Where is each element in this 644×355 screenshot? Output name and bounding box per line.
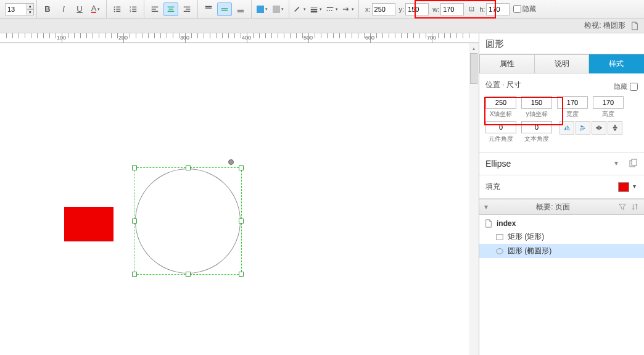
panel-angle-input[interactable] bbox=[485, 121, 516, 133]
panel-text-angle-label: 文本角度 bbox=[524, 135, 549, 143]
tree-item-ellipse[interactable]: 圆形 (椭圆形) bbox=[479, 244, 644, 258]
flip-v-button[interactable] bbox=[576, 121, 590, 135]
inspector-title: 检视: 椭圆形 bbox=[584, 20, 625, 31]
fit-width-button[interactable] bbox=[592, 121, 606, 135]
copy-style-icon[interactable] bbox=[628, 159, 638, 169]
numbering-button[interactable]: 123 bbox=[126, 2, 141, 16]
handle-w[interactable] bbox=[132, 219, 137, 223]
svg-rect-14 bbox=[152, 10, 159, 11]
bullets-button[interactable] bbox=[110, 2, 125, 16]
tree-item-rect[interactable]: 矩形 (矩形) bbox=[479, 230, 644, 244]
panel-y-input[interactable] bbox=[521, 96, 552, 109]
fill-swatch[interactable] bbox=[618, 182, 629, 192]
bold-button[interactable]: B bbox=[40, 2, 55, 16]
svg-rect-11 bbox=[132, 10, 136, 11]
italic-button[interactable]: I bbox=[56, 2, 71, 16]
panel-x-input[interactable] bbox=[485, 96, 516, 109]
valign-middle-button[interactable] bbox=[217, 2, 232, 16]
font-size-input[interactable] bbox=[5, 3, 27, 15]
fit-height-button[interactable] bbox=[608, 121, 622, 135]
y-input[interactable] bbox=[405, 3, 429, 15]
horizontal-ruler: 100200300400500600700 bbox=[0, 33, 479, 43]
line-color-button[interactable]: ▾ bbox=[292, 2, 307, 16]
svg-rect-28 bbox=[311, 9, 318, 10]
svg-text:3: 3 bbox=[130, 10, 131, 13]
shape-name-row: Ellipse ▾ bbox=[479, 152, 644, 175]
svg-rect-22 bbox=[205, 7, 212, 8]
canvas[interactable] bbox=[0, 43, 479, 355]
main-area: 100200300400500600700 ▴ bbox=[0, 33, 644, 355]
tree-item-ellipse-label: 圆形 (椭圆形) bbox=[508, 246, 551, 256]
font-color-button[interactable]: A▾ bbox=[88, 2, 103, 16]
font-size-group: ▴ ▾ bbox=[2, 0, 37, 18]
x-input[interactable] bbox=[372, 3, 395, 15]
tab-style[interactable]: 样式 bbox=[589, 54, 644, 73]
doc-icon[interactable] bbox=[630, 22, 639, 30]
ellipse-shape-icon bbox=[495, 247, 504, 256]
ruler-tick-label: 700 bbox=[427, 35, 436, 41]
svg-rect-16 bbox=[169, 9, 173, 9]
fill-color-button[interactable]: ▾ bbox=[255, 2, 270, 16]
panel-hide-checkbox[interactable] bbox=[630, 83, 638, 91]
inspector-header-bar: 检视: 椭圆形 bbox=[0, 19, 644, 33]
arrow-style-button[interactable]: ▾ bbox=[341, 2, 355, 16]
hide-checkbox[interactable] bbox=[513, 5, 521, 13]
h-input[interactable] bbox=[486, 3, 510, 15]
svg-rect-5 bbox=[116, 10, 120, 11]
panel-h-input[interactable] bbox=[593, 96, 624, 109]
rotate-handle[interactable] bbox=[228, 159, 234, 165]
valign-bottom-button[interactable] bbox=[233, 2, 248, 16]
svg-rect-17 bbox=[168, 10, 175, 11]
fill-group: ▾ ▾ bbox=[252, 0, 289, 18]
underline-button[interactable]: U bbox=[72, 2, 87, 16]
ruler-tick-label: 500 bbox=[303, 35, 313, 41]
svg-point-4 bbox=[114, 10, 115, 12]
align-right-button[interactable] bbox=[180, 2, 194, 16]
handle-e[interactable] bbox=[239, 219, 244, 223]
ruler-tick-label: 600 bbox=[365, 35, 374, 41]
handle-ne[interactable] bbox=[239, 165, 244, 170]
line-weight-button[interactable]: ▾ bbox=[308, 2, 323, 16]
ruler-tick-label: 100 bbox=[57, 35, 66, 41]
shape-rectangle[interactable] bbox=[64, 207, 114, 241]
flip-h-button[interactable] bbox=[559, 121, 574, 135]
panel-text-angle-input[interactable] bbox=[521, 121, 552, 133]
outline-header: ▾ 概要: 页面 bbox=[479, 199, 644, 215]
svg-rect-27 bbox=[311, 7, 318, 7]
w-label: w: bbox=[432, 6, 439, 13]
panel-w-input[interactable] bbox=[557, 96, 588, 109]
w-input[interactable] bbox=[440, 3, 464, 15]
filter-icon[interactable] bbox=[618, 203, 627, 211]
valign-top-button[interactable] bbox=[201, 2, 216, 16]
svg-rect-25 bbox=[237, 9, 244, 10]
handle-sw[interactable] bbox=[132, 272, 137, 277]
chevron-down-icon[interactable]: ▾ bbox=[614, 159, 624, 169]
coord-row-1: X轴坐标 y轴坐标 宽度 高度 bbox=[485, 96, 638, 119]
svg-rect-15 bbox=[168, 6, 175, 7]
handle-nw[interactable] bbox=[132, 165, 137, 170]
svg-rect-29 bbox=[311, 10, 318, 12]
line-style-button[interactable]: ▾ bbox=[324, 2, 339, 16]
svg-rect-37 bbox=[497, 234, 503, 240]
tab-props[interactable]: 属性 bbox=[479, 54, 535, 73]
tab-notes[interactable]: 说明 bbox=[535, 54, 590, 73]
panel-heading: 圆形 bbox=[479, 33, 644, 54]
ruler-tick-label: 200 bbox=[118, 35, 128, 41]
svg-point-2 bbox=[114, 8, 115, 9]
svg-rect-3 bbox=[116, 9, 120, 9]
canvas-scrollbar-v[interactable]: ▴ bbox=[469, 43, 479, 355]
ruler-tick-label: 400 bbox=[242, 35, 251, 41]
rect-shape-icon bbox=[495, 233, 504, 241]
font-size-down[interactable]: ▾ bbox=[27, 9, 34, 15]
halign-group bbox=[144, 0, 198, 18]
align-left-button[interactable] bbox=[147, 2, 162, 16]
handle-s[interactable] bbox=[186, 272, 191, 277]
handle-n[interactable] bbox=[186, 165, 191, 170]
handle-se[interactable] bbox=[239, 272, 244, 277]
fill-shade-button[interactable]: ▾ bbox=[271, 2, 286, 16]
sort-icon[interactable] bbox=[630, 203, 639, 211]
x-label: x: bbox=[365, 6, 371, 13]
font-size-up[interactable]: ▴ bbox=[27, 3, 34, 9]
tree-root-index[interactable]: index bbox=[479, 217, 644, 230]
align-center-button[interactable] bbox=[163, 2, 178, 16]
